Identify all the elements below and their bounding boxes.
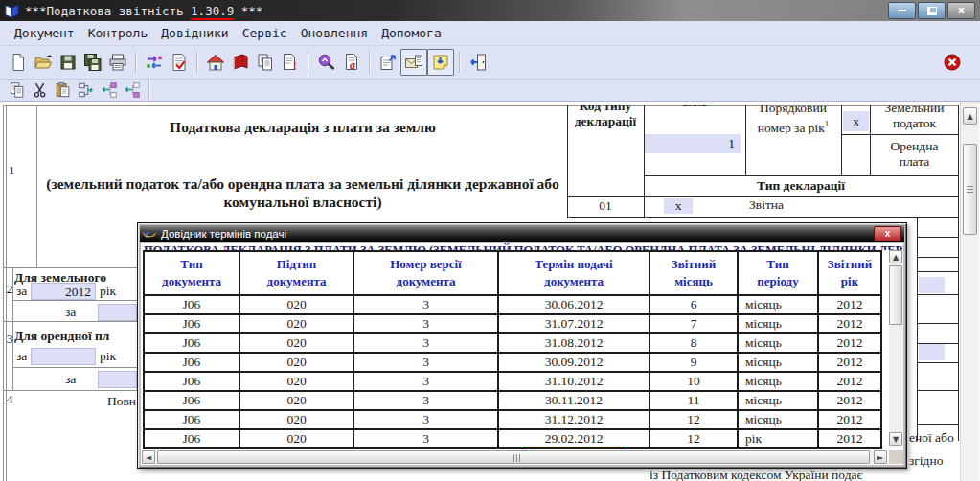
- background-checkbox-cell[interactable]: [919, 277, 945, 293]
- exit-button[interactable]: [466, 50, 490, 75]
- menu-item-control[interactable]: Контроль: [81, 24, 155, 42]
- copy-icon: [9, 81, 26, 99]
- close-button[interactable]: x: [947, 2, 975, 19]
- save-button[interactable]: [56, 50, 80, 75]
- section3-period-input[interactable]: [98, 371, 137, 388]
- menubar: ДокументКонтрольДовідникиСервісОновлення…: [0, 21, 980, 46]
- arrow-right-icon: ►: [877, 453, 883, 462]
- arrow-up-icon: ▲: [893, 253, 899, 262]
- dialog-close-button[interactable]: x: [874, 226, 901, 241]
- section2-period-input[interactable]: [98, 304, 137, 321]
- exchange-icon: [145, 53, 164, 72]
- gridline: [917, 237, 959, 238]
- export-note-button[interactable]: [427, 49, 454, 76]
- app-book-icon: [4, 3, 20, 19]
- restore-button[interactable]: [918, 2, 946, 19]
- scroll-thumb[interactable]: [963, 144, 977, 235]
- dialog-hscroll-thumb[interactable]: [157, 450, 870, 464]
- properties-export-button[interactable]: [376, 50, 400, 75]
- background-checkbox-cell[interactable]: [919, 344, 945, 360]
- section3-rik-label: рік: [100, 349, 116, 364]
- close-icon: x: [958, 6, 964, 15]
- gridline: [745, 105, 746, 175]
- restore-icon: [927, 7, 937, 15]
- deadline-row[interactable]: J06 020 3 30.06.2012 6 місяць 2012: [144, 295, 881, 314]
- cut-button[interactable]: [29, 80, 52, 101]
- dialog-scroll-left[interactable]: ◄: [142, 450, 155, 464]
- gridline: [3, 321, 137, 322]
- deadline-row[interactable]: J06 020 3 31.08.2012 8 місяць 2012: [144, 333, 881, 353]
- gridline: [3, 267, 137, 268]
- home-icon: [206, 53, 225, 72]
- mail-view-button[interactable]: [400, 49, 427, 76]
- copy-documents-button[interactable]: [253, 50, 278, 75]
- mail-view-icon: [404, 53, 423, 72]
- scroll-up-button[interactable]: ▲: [963, 107, 977, 125]
- copy-button[interactable]: [6, 80, 29, 101]
- dialog-vscrollbar[interactable]: ▲ ▼: [889, 250, 903, 446]
- thumb-grip: [967, 186, 973, 187]
- dialog-scroll-up[interactable]: ▲: [889, 250, 902, 263]
- insert-node-button[interactable]: [98, 80, 121, 101]
- gridline: [917, 257, 959, 258]
- sign-stamp-button[interactable]: [314, 50, 339, 75]
- col-month[interactable]: Звітниймісяць: [650, 251, 738, 295]
- home-button[interactable]: [203, 50, 228, 75]
- deadline-row[interactable]: J06 020 3 30.11.2012 11 місяць 2012: [144, 391, 881, 410]
- menu-item-directories[interactable]: Довідники: [154, 24, 235, 42]
- dialog-vscroll-thumb[interactable]: [889, 265, 902, 325]
- application-window: ***Податкова звітність 1.30.9 *** x Доку…: [0, 0, 980, 481]
- decl-type-01-checkbox[interactable]: x: [664, 198, 693, 214]
- section2-year-input[interactable]: 2012: [31, 283, 96, 300]
- document-vscrollbar[interactable]: ▲: [960, 102, 979, 481]
- copy-documents-icon: [256, 53, 275, 72]
- insert-node-alt-button[interactable]: [121, 80, 144, 101]
- exchange-button[interactable]: [142, 50, 167, 75]
- col-doc-type[interactable]: Типдокумента: [144, 251, 239, 295]
- insert-node-icon: [101, 81, 118, 99]
- deadline-row[interactable]: J06 020 3 30.09.2012 9 місяць 2012: [144, 353, 881, 372]
- document-alert-button[interactable]: !: [278, 50, 303, 75]
- node-link-button[interactable]: [75, 80, 98, 101]
- col-deadline[interactable]: Термін подачідокумента: [498, 251, 650, 295]
- open-document-button[interactable]: [31, 50, 56, 75]
- land-tax-checkbox[interactable]: x: [843, 111, 869, 131]
- serial-number-input[interactable]: 1: [645, 134, 741, 153]
- serial-number-label: Порядковийномер за рік1: [747, 105, 839, 134]
- verify-document-button[interactable]: [167, 50, 192, 75]
- save-all-button[interactable]: [80, 50, 105, 75]
- dialog-titlebar[interactable]: e Довідник термінів подачі x: [140, 225, 904, 242]
- dialog-hscrollbar[interactable]: ◄ ►: [142, 450, 887, 464]
- col-year[interactable]: Звітнийрік: [818, 251, 881, 295]
- menu-item-document[interactable]: Документ: [8, 24, 81, 42]
- close-document-button[interactable]: [940, 50, 965, 75]
- print-button[interactable]: [105, 50, 130, 75]
- menu-item-update[interactable]: Оновлення: [294, 24, 375, 42]
- minimize-icon: [898, 10, 906, 11]
- deadline-row[interactable]: J06 020 3 31.07.2012 7 місяць 2012: [144, 314, 881, 333]
- menu-item-service[interactable]: Сервіс: [236, 24, 294, 42]
- section3-year-input[interactable]: [31, 348, 96, 365]
- deadline-row[interactable]: J06 020 3 31.12.2012 12 місяць 2012: [144, 410, 881, 429]
- arrow-up-icon: ▲: [967, 112, 972, 121]
- col-subtype[interactable]: Підтипдокумента: [239, 251, 353, 295]
- dialog-scroll-down[interactable]: ▼: [889, 432, 902, 446]
- col-period[interactable]: Типперіоду: [738, 251, 818, 295]
- decl-code-label: Код типудекларації: [569, 105, 642, 134]
- paste-button[interactable]: [52, 80, 75, 101]
- new-document-button[interactable]: [6, 50, 31, 75]
- arrow-left-icon: ◄: [146, 453, 151, 462]
- deadline-row[interactable]: J06 020 3 29.02.2012 12 рік 2012: [144, 429, 881, 448]
- dialog-close-icon: x: [885, 229, 891, 239]
- scrollbar-corner: [889, 450, 903, 464]
- minimize-button[interactable]: [888, 2, 916, 19]
- handbook-button[interactable]: [228, 50, 253, 75]
- document-attr-button[interactable]: a: [339, 50, 364, 75]
- deadline-row[interactable]: J06 020 3 31.10.2012 10 місяць 2012: [144, 372, 881, 391]
- form-row-number-4: 4: [2, 392, 17, 407]
- dialog-scroll-right[interactable]: ►: [874, 450, 887, 464]
- col-version[interactable]: Номер версіїдокумента: [353, 251, 498, 295]
- form-row-number-1: 1: [4, 163, 19, 178]
- menu-item-help[interactable]: Допомога: [375, 24, 448, 42]
- gridline: [917, 362, 959, 363]
